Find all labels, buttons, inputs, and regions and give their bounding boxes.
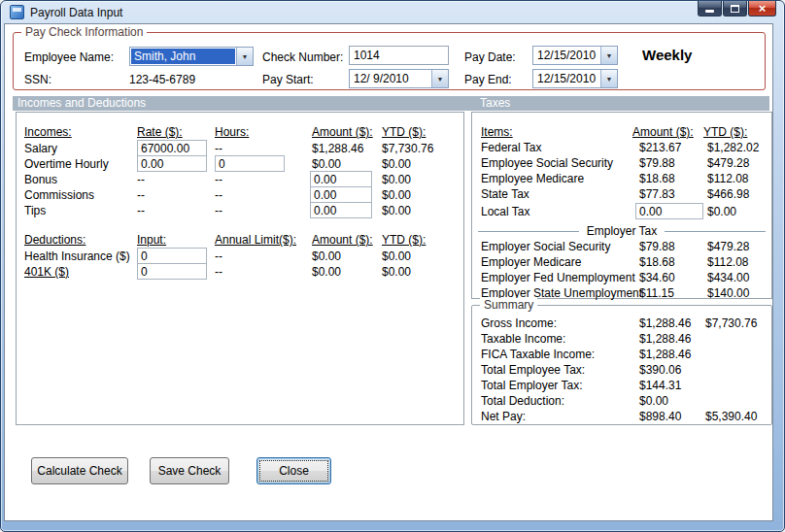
commissions-amount-input[interactable] bbox=[310, 186, 372, 203]
payroll-window: Payroll Data Input × Pay Check Informati… bbox=[0, 0, 785, 532]
close-button[interactable]: Close bbox=[256, 457, 331, 484]
minimize-icon bbox=[705, 10, 714, 13]
tax-label: Employee Social Security bbox=[481, 156, 613, 170]
summary-label: Gross Income: bbox=[481, 316, 557, 330]
overtime-rate-input[interactable] bbox=[137, 155, 207, 172]
dropdown-arrow-icon[interactable]: ▼ bbox=[600, 70, 617, 87]
income-row-bonus: Bonus -- -- $0.00 bbox=[17, 173, 463, 186]
income-label: Tips bbox=[24, 204, 46, 217]
tax-ytd: $140.00 bbox=[707, 286, 749, 300]
pay-start-value: 12/ 9/2010 bbox=[350, 70, 431, 87]
overtime-hours-input[interactable] bbox=[215, 155, 285, 172]
employee-name-combo[interactable]: Smith, John ▼ bbox=[129, 47, 254, 66]
pay-end-label: Pay End: bbox=[464, 73, 512, 86]
salary-rate-input[interactable] bbox=[137, 140, 207, 156]
deduction-limit: -- bbox=[215, 265, 222, 279]
col-ytd: YTD ($): bbox=[703, 125, 747, 139]
tax-amount: $213.67 bbox=[639, 141, 681, 154]
input-401k[interactable] bbox=[137, 263, 207, 280]
col-ytd: YTD ($): bbox=[382, 125, 426, 139]
dropdown-arrow-icon[interactable]: ▼ bbox=[431, 70, 448, 87]
income-amount: $1,288.46 bbox=[312, 142, 363, 155]
income-hours: -- bbox=[215, 142, 222, 155]
col-items: Items: bbox=[481, 125, 513, 139]
employee-name-value: Smith, John bbox=[131, 49, 235, 64]
health-insurance-input[interactable] bbox=[137, 248, 207, 264]
col-hours: Hours: bbox=[215, 125, 249, 139]
income-amount: $0.00 bbox=[312, 157, 341, 171]
income-row-salary: Salary -- $1,288.46 $7,730.76 bbox=[17, 142, 463, 155]
app-icon bbox=[10, 5, 24, 19]
close-window-button[interactable]: × bbox=[748, 1, 776, 17]
tax-row-local: Local Tax $0.00 bbox=[472, 205, 771, 218]
link-401k[interactable]: 401K ($) bbox=[24, 265, 69, 279]
tax-label: Employer Fed Unemployment bbox=[481, 271, 635, 284]
deduction-label: Health Insurance ($) bbox=[24, 249, 130, 263]
summary-row-fica: FICA Taxable Income: $1,288.46 bbox=[472, 348, 771, 361]
income-row-tips: Tips -- -- $0.00 bbox=[17, 204, 463, 217]
summary-label: Net Pay: bbox=[481, 410, 526, 423]
summary-amount: $1,288.46 bbox=[639, 332, 691, 346]
deduction-row-health: Health Insurance ($) -- $0.00 $0.00 bbox=[17, 249, 463, 263]
employer-tax-divider: Employer Tax bbox=[478, 224, 766, 238]
col-amount: Amount ($): bbox=[312, 233, 373, 247]
income-label: Commissions bbox=[24, 188, 94, 202]
tax-ytd: $1,282.02 bbox=[707, 141, 759, 154]
taxes-section-header: Taxes bbox=[480, 96, 510, 111]
deduction-amount: $0.00 bbox=[312, 265, 341, 279]
pay-date-picker[interactable]: 12/15/2010 ▼ bbox=[532, 46, 618, 65]
col-deductions: Deductions: bbox=[24, 233, 85, 247]
tax-label: Employer Social Security bbox=[481, 240, 610, 253]
tax-row-employer-medicare: Employer Medicare $18.68 $112.08 bbox=[472, 255, 771, 269]
tax-label: Employee Medicare bbox=[481, 172, 584, 185]
ssn-label: SSN: bbox=[24, 73, 51, 86]
col-rate: Rate ($): bbox=[137, 125, 183, 139]
income-row-overtime: Overtime Hourly $0.00 $0.00 bbox=[17, 157, 463, 171]
summary-amount: $1,288.46 bbox=[639, 316, 691, 330]
taxes-panel: Items: Amount ($): YTD ($): Federal Tax … bbox=[471, 112, 772, 299]
minimize-button[interactable] bbox=[698, 1, 722, 17]
dropdown-arrow-icon[interactable]: ▼ bbox=[236, 48, 253, 65]
maximize-button[interactable] bbox=[723, 1, 747, 17]
col-annual-limit: Annual Limit($): bbox=[215, 233, 296, 247]
tax-row-employer-ss: Employer Social Security $79.88 $479.28 bbox=[472, 240, 771, 253]
tips-amount-input[interactable] bbox=[310, 202, 372, 218]
check-number-label: Check Number: bbox=[262, 50, 343, 64]
summary-label: Taxable Income: bbox=[481, 332, 565, 346]
dropdown-arrow-icon[interactable]: ▼ bbox=[600, 47, 617, 64]
tax-ytd: $434.00 bbox=[707, 271, 749, 284]
income-ytd: $0.00 bbox=[382, 188, 411, 202]
pay-start-picker[interactable]: 12/ 9/2010 ▼ bbox=[349, 69, 449, 88]
summary-amount: $898.40 bbox=[639, 410, 681, 423]
incomes-header-row: Incomes: Rate ($): Hours: Amount ($): YT… bbox=[17, 125, 463, 139]
pay-end-picker[interactable]: 12/15/2010 ▼ bbox=[532, 69, 618, 88]
col-ytd: YTD ($): bbox=[382, 233, 426, 247]
tax-label: Local Tax bbox=[481, 205, 529, 218]
calculate-check-button[interactable]: Calculate Check bbox=[31, 457, 128, 484]
deduction-limit: -- bbox=[215, 249, 222, 263]
summary-amount: $1,288.46 bbox=[639, 348, 691, 361]
deductions-header-row: Deductions: Input: Annual Limit($): Amou… bbox=[17, 233, 463, 247]
tax-label: Federal Tax bbox=[481, 141, 541, 154]
save-check-button[interactable]: Save Check bbox=[150, 457, 229, 484]
paycheck-info-group: Pay Check Information Employee Name: Smi… bbox=[13, 32, 766, 90]
section-header-bar: Incomes and Deductions Taxes bbox=[13, 96, 769, 111]
income-label: Salary bbox=[24, 142, 57, 155]
summary-row-employer-tax: Total Employer Tax: $144.31 bbox=[472, 379, 771, 392]
summary-row-taxable: Taxable Income: $1,288.46 bbox=[472, 332, 771, 346]
local-tax-input[interactable] bbox=[635, 203, 703, 219]
bonus-amount-input[interactable] bbox=[310, 171, 372, 187]
check-number-input[interactable] bbox=[349, 46, 449, 65]
tax-ytd: $112.08 bbox=[707, 172, 749, 185]
summary-label: FICA Taxable Income: bbox=[481, 348, 595, 361]
income-hours: -- bbox=[215, 188, 222, 202]
title-bar[interactable]: Payroll Data Input × bbox=[1, 1, 784, 23]
income-label: Bonus bbox=[24, 173, 57, 186]
summary-amount: $390.06 bbox=[639, 363, 681, 377]
tax-amount: $18.68 bbox=[639, 172, 675, 185]
summary-row-gross: Gross Income: $1,288.46 $7,730.76 bbox=[472, 316, 771, 330]
income-ytd: $7,730.76 bbox=[382, 142, 433, 155]
summary-label: Total Employee Tax: bbox=[481, 363, 585, 377]
tax-ytd: $0.00 bbox=[707, 205, 736, 218]
tax-amount: $18.68 bbox=[639, 255, 675, 269]
